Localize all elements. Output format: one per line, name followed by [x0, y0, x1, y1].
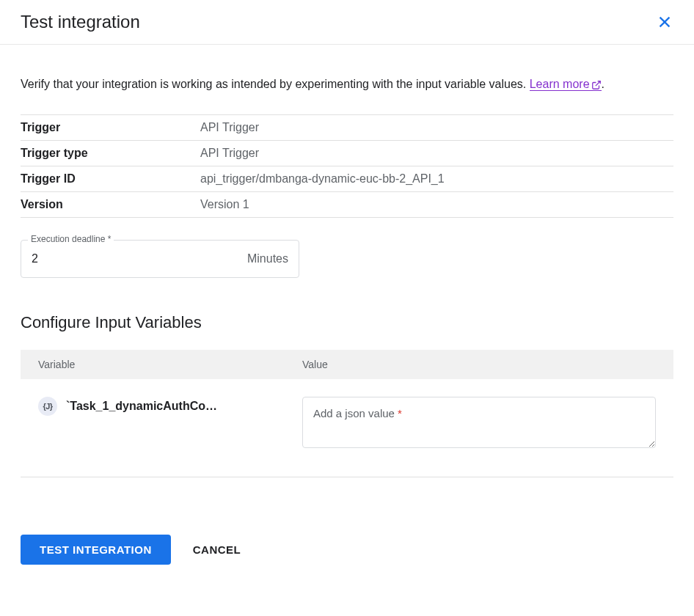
table-row: {J} `Task_1_dynamicAuthCo… Add a json va… [21, 379, 673, 468]
dialog-content: Verify that your integration is working … [0, 45, 694, 498]
input-variables-title: Configure Input Variables [21, 313, 673, 332]
info-value: Version 1 [200, 192, 673, 218]
variable-cell: {J} `Task_1_dynamicAuthCo… [38, 397, 267, 416]
dialog-header: Test integration [0, 0, 694, 45]
input-variables-table: Variable Value {J} `Task_1_dynamicAuthCo… [21, 350, 673, 468]
execution-deadline-input[interactable] [32, 252, 247, 265]
info-value: API Trigger [200, 141, 673, 166]
variable-name: `Task_1_dynamicAuthCo… [66, 400, 217, 413]
column-value: Value [285, 350, 673, 379]
json-icon: {J} [38, 397, 57, 416]
info-value: api_trigger/dmbanga-dynamic-euc-bb-2_API… [200, 166, 673, 192]
learn-more-link[interactable]: Learn more [530, 78, 602, 91]
table-row: Version Version 1 [21, 192, 673, 218]
execution-deadline-label: Execution deadline * [28, 234, 114, 244]
description-suffix: . [602, 78, 604, 90]
info-label: Version [21, 192, 200, 218]
info-label: Trigger ID [21, 166, 200, 192]
dialog-title: Test integration [21, 12, 140, 32]
execution-deadline-field: Minutes [21, 240, 299, 278]
info-value: API Trigger [200, 115, 673, 141]
info-label: Trigger [21, 115, 200, 141]
description-prefix: Verify that your integration is working … [21, 78, 530, 90]
table-row: Trigger type API Trigger [21, 141, 673, 166]
column-variable: Variable [21, 350, 285, 379]
trigger-info-table: Trigger API Trigger Trigger type API Tri… [21, 114, 673, 218]
table-row: Trigger ID api_trigger/dmbanga-dynamic-e… [21, 166, 673, 192]
learn-more-text: Learn more [530, 78, 590, 90]
execution-deadline-suffix: Minutes [247, 252, 288, 265]
json-value-wrapper: Add a json value * [302, 397, 656, 450]
description-text: Verify that your integration is working … [21, 74, 673, 94]
table-header-row: Variable Value [21, 350, 673, 379]
json-icon-text: {J} [43, 402, 52, 411]
test-integration-button[interactable]: TEST INTEGRATION [21, 535, 171, 565]
svg-line-2 [595, 81, 599, 86]
cancel-button[interactable]: CANCEL [193, 543, 241, 556]
section-divider [21, 477, 673, 477]
info-label: Trigger type [21, 141, 200, 166]
dialog-footer: TEST INTEGRATION CANCEL [0, 498, 694, 585]
close-icon [657, 14, 673, 30]
table-row: Trigger API Trigger [21, 115, 673, 141]
close-button[interactable] [656, 13, 673, 31]
json-value-input[interactable] [302, 397, 656, 448]
execution-deadline-field-wrapper: Execution deadline * Minutes [21, 240, 299, 278]
external-link-icon [591, 80, 602, 90]
